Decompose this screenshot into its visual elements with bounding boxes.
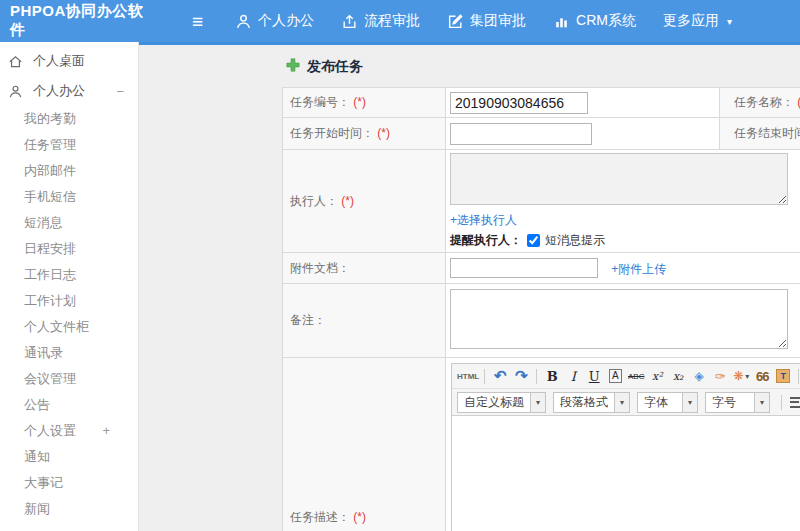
process-approval-icon <box>341 13 358 30</box>
rich-text-editor: HTML ↶ ↷ B I U A ABC x² x₂ ◈ <box>451 363 800 531</box>
sidebar-item-short-message[interactable]: 短消息 <box>0 210 138 236</box>
sms-remind-checkbox[interactable] <box>527 234 540 247</box>
highlight-wand-icon[interactable]: ❋▾ <box>731 366 751 386</box>
sidebar-item-meeting-management[interactable]: 会议管理 <box>0 366 138 392</box>
sidebar-item-label: 我的考勤 <box>24 106 76 132</box>
nav-crm-system[interactable]: CRM系统 <box>553 12 636 30</box>
sidebar-item-label: 个人办公 <box>33 82 85 100</box>
format-brush-icon[interactable]: ✑ <box>710 366 730 386</box>
custom-title-dropdown[interactable]: 自定义标题 ▾ <box>457 392 546 413</box>
sidebar-item-personal-settings[interactable]: 个人设置 + <box>0 418 138 444</box>
sidebar-item-work-plan[interactable]: 工作计划 <box>0 288 138 314</box>
nav-group-approval[interactable]: 集团审批 <box>447 12 526 30</box>
sidebar-item-personal-office[interactable]: 个人办公 − <box>0 76 138 106</box>
editor-toolbar-row-2: 自定义标题 ▾ 段落格式 ▾ 字体 ▾ <box>452 389 800 416</box>
nav-more-apps[interactable]: 更多应用 ▾ <box>663 12 732 30</box>
start-time-value-cell <box>446 118 720 150</box>
eraser-icon[interactable]: ◈ <box>689 366 709 386</box>
select-executor-link[interactable]: +选择执行人 <box>450 213 517 227</box>
table-row: 任务描述： (*) HTML ↶ ↷ B I U <box>283 358 800 531</box>
top-nav: 个人办公 流程审批 集团审批 CRM系统 <box>235 12 732 30</box>
sidebar-item-big-events[interactable]: 大事记 <box>0 470 138 496</box>
sidebar-item-notice[interactable]: 通知 <box>0 444 138 470</box>
sidebar-item-label: 工作日志 <box>24 262 76 288</box>
page-title: 发布任务 <box>139 45 800 87</box>
caret-down-icon: ▾ <box>530 393 545 412</box>
align-left-icon[interactable] <box>790 397 800 408</box>
sidebar-item-announcement[interactable]: 公告 <box>0 392 138 418</box>
attachment-upload-link[interactable]: +附件上传 <box>611 262 666 276</box>
page-title-text: 发布任务 <box>307 58 363 76</box>
attachment-value-cell: +附件上传 <box>446 253 800 284</box>
paste-as-text-icon[interactable]: T <box>776 369 790 383</box>
nav-label: 更多应用 <box>663 12 719 30</box>
executor-label-cell: 执行人： (*) <box>283 150 446 253</box>
table-row: 任务开始时间： (*) 任务结束时间： (*) <box>283 118 800 150</box>
hamburger-menu-icon[interactable]: ≡ <box>192 12 203 31</box>
expand-icon[interactable]: + <box>102 418 110 444</box>
table-row: 附件文档： +附件上传 <box>283 253 800 284</box>
font-size-dropdown[interactable]: 字号 ▾ <box>705 392 770 413</box>
remark-textarea[interactable] <box>450 289 788 349</box>
paragraph-format-dropdown[interactable]: 段落格式 ▾ <box>553 392 630 413</box>
description-label-cell: 任务描述： (*) <box>283 358 446 531</box>
description-value-cell: HTML ↶ ↷ B I U A ABC x² x₂ ◈ <box>446 358 800 531</box>
collapse-icon[interactable]: − <box>116 84 124 99</box>
editor-content-area[interactable] <box>452 416 800 531</box>
field-label: 附件文档： <box>290 261 350 275</box>
field-label: 执行人： <box>290 194 338 208</box>
task-name-label-cell: 任务名称： (*) <box>720 88 800 118</box>
sidebar-item-mobile-sms[interactable]: 手机短信 <box>0 184 138 210</box>
sidebar-item-label: 日程安排 <box>24 236 76 262</box>
nav-label: CRM系统 <box>576 12 636 30</box>
caret-down-icon: ▾ <box>682 393 697 412</box>
task-number-input[interactable] <box>450 92 588 114</box>
superscript-button[interactable]: x² <box>647 366 667 386</box>
nav-label: 流程审批 <box>364 12 420 30</box>
sidebar-item-work-log[interactable]: 工作日志 <box>0 262 138 288</box>
sidebar-item-internal-mail[interactable]: 内部邮件 <box>0 158 138 184</box>
sidebar-item-news[interactable]: 新闻 <box>0 496 138 522</box>
nav-process-approval[interactable]: 流程审批 <box>341 12 420 30</box>
underline-button[interactable]: U <box>584 366 604 386</box>
start-time-input[interactable] <box>450 123 592 145</box>
editor-toolbar-row-1: HTML ↶ ↷ B I U A ABC x² x₂ ◈ <box>452 364 800 389</box>
required-mark: (*) <box>377 126 390 140</box>
required-mark: (*) <box>353 95 366 109</box>
field-label: 备注： <box>290 313 326 327</box>
dropdown-label: 字体 <box>638 393 682 412</box>
strikethrough-button[interactable]: ABC <box>626 366 646 386</box>
task-number-value-cell <box>446 88 720 118</box>
sidebar-item-label: 工作计划 <box>24 288 76 314</box>
toolbar-separator <box>798 369 799 384</box>
bar-chart-icon <box>553 13 570 30</box>
nav-personal-office[interactable]: 个人办公 <box>235 12 314 30</box>
sidebar-item-schedule[interactable]: 日程安排 <box>0 236 138 262</box>
executor-textarea[interactable] <box>450 153 788 205</box>
wand-glyph: ❋ <box>733 369 743 383</box>
bold-button[interactable]: B <box>542 366 562 386</box>
sidebar-item-task-management[interactable]: 任务管理 <box>0 132 138 158</box>
attachment-input[interactable] <box>450 258 598 278</box>
italic-button[interactable]: I <box>563 366 583 386</box>
toolbar-separator <box>781 395 782 410</box>
sidebar-item-personal-desktop[interactable]: 个人桌面 <box>0 46 138 76</box>
redo-icon[interactable]: ↷ <box>511 366 531 386</box>
sidebar-item-my-attendance[interactable]: 我的考勤 <box>0 106 138 132</box>
app-logo[interactable]: PHPOA协同办公软件 <box>0 2 150 40</box>
undo-icon[interactable]: ↶ <box>490 366 510 386</box>
subscript-button[interactable]: x₂ <box>668 366 688 386</box>
sidebar-item-contacts[interactable]: 通讯录 <box>0 340 138 366</box>
field-label: 任务开始时间： <box>290 126 374 140</box>
field-label: 任务描述： <box>290 510 350 524</box>
start-time-label-cell: 任务开始时间： (*) <box>283 118 446 150</box>
user-icon <box>235 13 252 30</box>
nav-label: 个人办公 <box>258 12 314 30</box>
sidebar-item-label: 个人桌面 <box>33 52 85 70</box>
font-style-button[interactable]: A <box>609 369 622 383</box>
font-family-dropdown[interactable]: 字体 ▾ <box>637 392 698 413</box>
html-source-button[interactable]: HTML <box>457 366 479 386</box>
blockquote-button[interactable]: 66 <box>752 366 772 386</box>
sidebar-item-file-cabinet[interactable]: 个人文件柜 <box>0 314 138 340</box>
publish-task-form: 任务编号： (*) 任务名称： (*) 任务开始时间： (*) <box>282 87 800 531</box>
